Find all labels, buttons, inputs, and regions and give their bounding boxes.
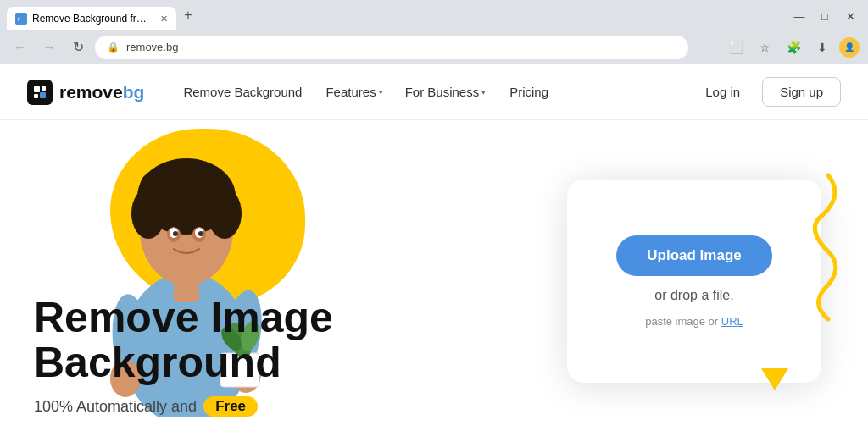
paste-text: paste image or URL xyxy=(645,315,743,328)
svg-text:r: r xyxy=(18,16,20,22)
svg-marker-28 xyxy=(761,368,788,390)
cast-icon[interactable]: ⬜ xyxy=(724,36,748,59)
for-business-chevron-icon: ▾ xyxy=(481,88,486,97)
svg-point-17 xyxy=(173,231,178,236)
nav-actions: Log in Sign up xyxy=(692,77,841,107)
hero-subtitle: 100% Automatically and Free xyxy=(34,396,333,417)
back-button[interactable]: ← xyxy=(8,36,32,59)
svg-rect-2 xyxy=(34,86,40,92)
free-badge: Free xyxy=(203,396,258,417)
lock-icon: 🔒 xyxy=(107,41,120,53)
nav-link-remove-background[interactable]: Remove Background xyxy=(171,78,314,106)
drop-text: or drop a file, xyxy=(654,288,733,303)
maximize-button[interactable]: □ xyxy=(814,5,836,27)
triangle-decoration xyxy=(760,367,790,395)
login-button[interactable]: Log in xyxy=(692,78,754,106)
upload-card: Upload Image or drop a file, paste image… xyxy=(567,180,821,383)
upload-image-button[interactable]: Upload Image xyxy=(616,235,771,276)
website-content: removebg Remove Background Features ▾ Fo… xyxy=(0,64,868,442)
nav-link-features[interactable]: Features ▾ xyxy=(315,78,392,106)
svg-rect-3 xyxy=(42,86,46,91)
browser-tab[interactable]: r Remove Background from Ima... ✕ xyxy=(7,7,176,30)
address-bar[interactable]: 🔒 remove.bg xyxy=(95,36,688,59)
tab-close-icon[interactable]: ✕ xyxy=(160,14,168,25)
svg-rect-5 xyxy=(40,92,46,98)
profile-avatar[interactable]: 👤 xyxy=(839,37,860,58)
bookmark-icon[interactable]: ☆ xyxy=(753,36,776,59)
logo-icon xyxy=(27,80,53,105)
logo-text: removebg xyxy=(59,82,144,102)
hero-text: Remove Image Background 100% Automatical… xyxy=(34,296,333,417)
features-chevron-icon: ▾ xyxy=(379,88,383,97)
close-button[interactable]: ✕ xyxy=(839,5,861,27)
hero-title: Remove Image Background xyxy=(34,296,333,384)
squiggle-decoration xyxy=(803,171,849,327)
hero-section: Remove Image Background 100% Automatical… xyxy=(0,120,868,442)
logo[interactable]: removebg xyxy=(27,80,144,105)
nav-link-pricing[interactable]: Pricing xyxy=(498,78,560,106)
svg-point-18 xyxy=(198,231,203,236)
refresh-button[interactable]: ↻ xyxy=(66,36,90,59)
url-link[interactable]: URL xyxy=(721,315,743,328)
nav-links: Remove Background Features ▾ For Busines… xyxy=(171,78,560,106)
svg-point-11 xyxy=(140,169,182,203)
url-text: remove.bg xyxy=(126,41,178,53)
download-icon[interactable]: ⬇ xyxy=(810,36,834,59)
tab-favicon: r xyxy=(15,13,27,25)
nav-link-for-business[interactable]: For Business ▾ xyxy=(395,78,497,106)
navbar: removebg Remove Background Features ▾ Fo… xyxy=(0,64,868,120)
minimize-button[interactable]: — xyxy=(788,5,810,27)
svg-rect-4 xyxy=(34,94,38,98)
extension-icon[interactable]: 🧩 xyxy=(782,36,805,59)
new-tab-button[interactable]: + xyxy=(176,3,200,27)
svg-point-12 xyxy=(189,169,231,203)
window-controls: — □ ✕ xyxy=(788,5,861,27)
forward-button[interactable]: → xyxy=(37,36,61,59)
signup-button[interactable]: Sign up xyxy=(762,77,841,107)
tab-title: Remove Background from Ima... xyxy=(32,13,151,25)
